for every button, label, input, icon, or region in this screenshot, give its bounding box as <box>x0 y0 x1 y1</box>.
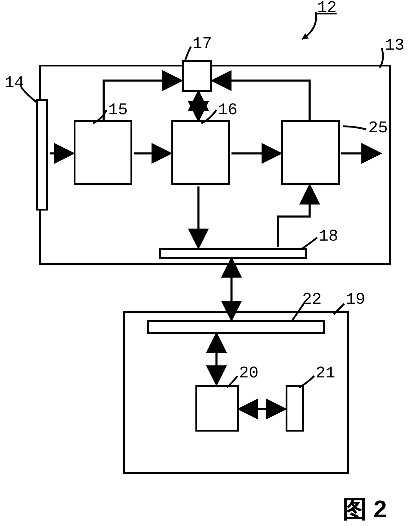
label-25: 25 <box>368 119 388 137</box>
label-17: 17 <box>192 35 212 53</box>
label-18: 18 <box>319 227 338 245</box>
box-14 <box>36 99 48 211</box>
figure-label: 图 2 <box>343 493 387 526</box>
label-21: 21 <box>316 364 335 382</box>
label-15: 15 <box>108 101 128 119</box>
box-25 <box>281 120 340 185</box>
label-14: 14 <box>5 74 24 92</box>
box-21 <box>286 385 304 432</box>
label-22: 22 <box>302 290 322 309</box>
box-22 <box>147 320 325 334</box>
label-19: 19 <box>346 290 365 309</box>
label-12: 12 <box>317 0 337 17</box>
label-20: 20 <box>239 364 259 382</box>
diagram-canvas: 12 13 14 15 16 17 25 18 22 19 20 21 图 2 <box>0 0 420 526</box>
box-20 <box>195 385 239 432</box>
box-17 <box>182 60 212 92</box>
label-16: 16 <box>218 101 238 119</box>
box-18 <box>159 248 307 259</box>
box-16 <box>171 120 230 185</box>
box-15 <box>74 120 132 185</box>
label-13: 13 <box>385 36 404 54</box>
